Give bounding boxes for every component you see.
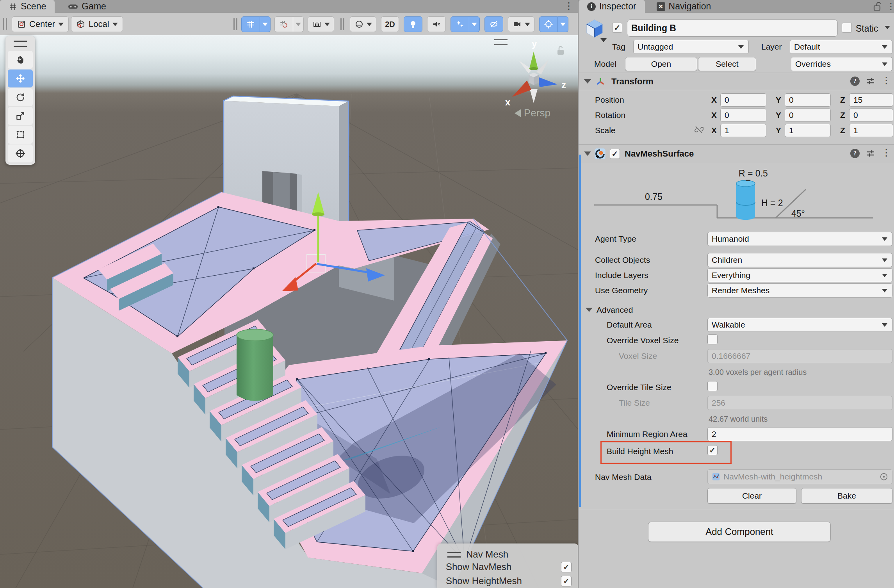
override-tile-size-checkbox[interactable] [707,381,718,391]
advanced-foldout[interactable] [586,308,593,312]
scene-visibility-button[interactable] [484,16,503,32]
component-menu-kebab[interactable]: ⋮ [882,76,891,85]
gameobject-active-checkbox[interactable]: ✓ [612,23,622,33]
unlock-icon[interactable] [873,2,882,11]
component-menu-kebab[interactable]: ⋮ [882,148,891,157]
position-z-field[interactable]: 15 [849,93,893,107]
rotation-y-field[interactable]: 0 [785,109,831,122]
gizmos-dropdown[interactable] [558,16,568,32]
static-checkbox[interactable] [842,23,852,33]
rotation-x-field[interactable]: 0 [720,109,766,122]
tab-navigation[interactable]: ✕ Navigation [648,0,720,13]
gizmo-y-axis-cone[interactable] [529,52,538,69]
scene-effects-dropdown[interactable] [469,16,480,32]
show-heightmesh-checkbox[interactable]: ✓ [561,576,572,586]
scene-effects-button[interactable] [451,16,469,32]
palette-drag-handle[interactable] [14,41,27,47]
transform-title: Transform [611,77,654,87]
overrides-dropdown[interactable]: Overrides [791,57,892,71]
snap-increment-button[interactable] [308,16,334,32]
nav-mesh-data-label: Nav Mesh Data [595,472,652,482]
prefab-expand-caret[interactable] [600,38,607,42]
navmeshsurface-enabled-checkbox[interactable]: ✓ [610,149,620,159]
scene-tool-palette [5,36,35,165]
hand-tool-button[interactable] [8,51,33,69]
view-orientation-gizmo[interactable]: y x z [493,37,575,116]
tag-dropdown[interactable]: Untagged [633,40,749,54]
move-tool-button[interactable] [8,69,33,87]
agent-type-label: Agent Type [595,234,636,244]
tab-scene[interactable]: Scene [0,0,55,13]
axis-z-label: Z [840,110,845,120]
scene-lighting-button[interactable] [404,16,422,32]
toolbar-drag-handle[interactable] [233,18,237,30]
gizmo-orbit-icon [544,20,553,29]
toolbar-drag-handle[interactable] [340,18,344,30]
axis-x-label: X [711,95,717,105]
default-area-dropdown[interactable]: Walkable [707,318,892,332]
scale-z-field[interactable]: 1 [849,124,893,137]
presets-icon[interactable] [866,149,875,158]
scale-tool-button[interactable] [8,107,33,125]
grid-visibility-dropdown[interactable] [260,16,271,32]
default-area-label: Default Area [607,320,652,330]
scene-viewport[interactable] [0,35,578,588]
scene-menu-kebab[interactable]: ⋮ [564,1,573,11]
tab-inspector[interactable]: i Inspector [579,0,645,13]
model-select-button[interactable]: Select [698,57,756,71]
position-x-field[interactable]: 0 [720,93,766,107]
pivot-mode-dropdown[interactable]: Center [12,16,69,32]
snap-grid-dropdown[interactable] [293,16,304,32]
gizmo-z-label: z [561,80,566,90]
rotation-mode-dropdown[interactable]: Local [71,16,123,32]
projection-toggle[interactable]: Persp [515,107,550,119]
agent-type-dropdown[interactable]: Humanoid [707,232,892,246]
transform-tool-button[interactable] [8,144,33,162]
draw-mode-button[interactable] [350,16,376,32]
overlay-drag-handle[interactable] [447,552,461,558]
gizmo-z-axis-cone[interactable] [538,77,557,87]
static-dropdown-caret[interactable] [885,26,890,29]
rotate-tool-button[interactable] [8,88,33,106]
grid-visibility-button[interactable] [241,16,260,32]
navmeshsurface-header[interactable]: ✓ NavMeshSurface ? ⋮ [579,145,894,163]
show-navmesh-checkbox[interactable]: ✓ [561,562,572,572]
scale-x-field[interactable]: 1 [720,124,766,137]
layer-dropdown[interactable]: Default [790,40,892,54]
rotation-z-field[interactable]: 0 [849,109,893,122]
2d-toggle-button[interactable]: 2D [381,16,399,32]
scale-y-field[interactable]: 1 [785,124,831,137]
clear-button[interactable]: Clear [707,488,796,504]
transform-icon [595,76,606,87]
use-geometry-dropdown[interactable]: Render Meshes [707,283,892,298]
model-open-button[interactable]: Open [625,57,697,71]
gizmo-x-axis-cone[interactable] [512,80,531,97]
override-voxel-size-checkbox[interactable] [707,334,718,344]
gizmo-center-cube[interactable] [529,73,539,85]
gizmos-button[interactable] [539,16,558,32]
tab-game[interactable]: Game [59,0,115,13]
link-broken-icon[interactable] [694,125,703,134]
build-height-mesh-checkbox[interactable]: ✓ [707,445,718,455]
transform-header[interactable]: Transform ? ⋮ [579,73,894,90]
toolbar-drag-handle[interactable] [3,18,7,30]
gameobject-name-field[interactable]: Building B [627,20,838,37]
help-icon[interactable]: ? [850,77,860,86]
snap-grid-button[interactable] [274,16,293,32]
rect-tool-button[interactable] [8,126,33,144]
audio-mute-button[interactable] [427,16,446,32]
presets-icon[interactable] [866,77,875,86]
collect-objects-dropdown[interactable]: Children [707,253,892,267]
add-component-button[interactable]: Add Component [648,522,831,542]
inspector-menu-kebab[interactable]: ⋮ [886,2,894,11]
help-icon[interactable]: ? [850,149,860,158]
min-region-area-field[interactable]: 2 [707,427,892,441]
position-y-field[interactable]: 0 [785,93,831,107]
bake-button[interactable]: Bake [801,488,892,504]
show-heightmesh-label: Show HeightMesh [446,576,522,586]
nav-mesh-data-object-field[interactable]: NavMesh-with_heightmesh [707,469,892,484]
include-layers-dropdown[interactable]: Everything [707,268,892,282]
object-picker-icon[interactable] [880,472,888,481]
show-navmesh-label: Show NavMesh [446,561,511,572]
camera-settings-button[interactable] [508,16,534,32]
